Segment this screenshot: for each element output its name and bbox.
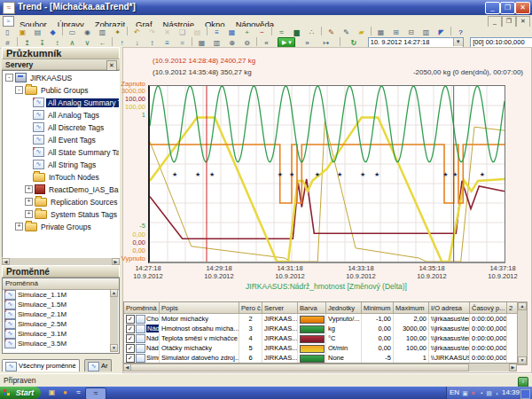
- media-player-icon[interactable]: ●: [59, 387, 71, 398]
- tree-expander-icon[interactable]: +: [25, 210, 33, 218]
- tray-alert-icon[interactable]: ✶: [469, 389, 477, 397]
- taskbar-app-button[interactable]: ≈: [85, 387, 106, 399]
- tree-item-private-groups[interactable]: +Private Groups: [3, 220, 119, 232]
- pen-color-swatch[interactable]: [300, 316, 325, 324]
- pen-color-swatch[interactable]: [300, 345, 325, 353]
- pen-jednotky-cell: °C: [326, 333, 362, 343]
- pen-color-swatch[interactable]: [300, 335, 325, 343]
- table-row[interactable]: ✓Nádr...Otáčky míchačky5JIRKAAS...Ot/min…: [124, 343, 518, 353]
- pen-checkbox[interactable]: ✓: [126, 354, 135, 363]
- column-header-popis[interactable]: Popis: [160, 302, 239, 314]
- pen-checkbox[interactable]: ✓: [126, 344, 135, 353]
- tick-time: 14:31:18: [262, 264, 318, 272]
- tree-item-system-status-tags[interactable]: +System Status Tags: [3, 207, 119, 220]
- variable-item[interactable]: ∿Simulace_2.5M: [3, 319, 119, 329]
- column-header-prom-nn-[interactable]: Proměnná: [124, 302, 160, 314]
- tree-item-all-analog-summary-tags[interactable]: ∿All Analog Summary Tags: [3, 96, 119, 108]
- document-icon[interactable]: ≈: [3, 16, 14, 27]
- chevron-down-icon[interactable]: ▼: [453, 38, 463, 46]
- tree-item-all-discrete-tags[interactable]: ∿All Discrete Tags: [3, 121, 119, 133]
- column-header-server[interactable]: Server: [262, 302, 298, 314]
- column-header-i-o-adresa[interactable]: I/O adresa: [429, 302, 470, 314]
- tree-item-all-event-tags[interactable]: ∿All Event Tags: [3, 133, 119, 145]
- delta-annotation: -2050,00 kg (0 den(dnů), 00:07:00): [413, 68, 523, 76]
- tree-horizontal-scrollbar[interactable]: ◀ ▶: [2, 258, 120, 265]
- tray-app1-icon[interactable]: ▣: [461, 389, 469, 397]
- variable-item[interactable]: ∿Simulace_1.5M: [3, 300, 119, 309]
- variable-item[interactable]: ∿Simulace_1.1M: [3, 290, 119, 300]
- trend-app-icon[interactable]: ≈: [73, 387, 84, 398]
- tree-item-label: ReactDemo_IAS_Based: [47, 185, 120, 194]
- scroll-right-icon[interactable]: ▶: [509, 364, 517, 372]
- tab-all-variables[interactable]: ∿Všechny proměnné: [2, 359, 80, 372]
- tree-item-all-state-summary-tags[interactable]: ∿All State Summary Tags: [3, 145, 119, 158]
- variable-item[interactable]: ∿Simulace_2.1M: [3, 309, 119, 319]
- scrollbar-thumb[interactable]: [130, 364, 469, 372]
- pen-checkbox[interactable]: ✓: [126, 334, 135, 343]
- pen-io-cell: \\jirkaasus\tengine\Tag...: [429, 314, 470, 324]
- pen-io-cell: \\jirkaasus\tengine\Tag...: [429, 324, 470, 333]
- show-desktop-icon[interactable]: ▣: [46, 387, 58, 398]
- column-header-barva[interactable]: Barva: [298, 302, 326, 314]
- scroll-up-icon[interactable]: ▲: [518, 302, 527, 310]
- tree-expander-icon[interactable]: -: [15, 86, 23, 94]
- table-row[interactable]: ✓Nádr...Hmotnost obsahu mícha...3JIRKAAS…: [124, 324, 518, 333]
- tray-show-icon[interactable]: [520, 389, 530, 399]
- table-vertical-scrollbar[interactable]: ▲ ▼: [517, 301, 528, 365]
- pen-color-swatch[interactable]: [300, 325, 325, 333]
- variable-item[interactable]: ∿Simulace_3.5M: [3, 339, 119, 348]
- taskbar-clock[interactable]: 14:39: [502, 387, 520, 399]
- column-header--asov-p-[interactable]: Časový p...: [470, 302, 507, 314]
- tree-expander-icon[interactable]: -: [5, 74, 13, 82]
- variable-item[interactable]: ∿Simulace_3.1M: [3, 329, 119, 339]
- restore-button[interactable]: ❐: [500, 2, 515, 14]
- column-header-maximum[interactable]: Maximum: [394, 302, 429, 314]
- scroll-down-icon[interactable]: ▼: [518, 356, 527, 364]
- tree-item-reactdemo-ias-based[interactable]: +ReactDemo_IAS_Based: [3, 183, 119, 195]
- column-header-pero-[interactable]: Pero č.: [239, 302, 262, 314]
- plot-area[interactable]: ★★★★★★★★★★★★: [148, 85, 505, 263]
- toolbar-separator: [127, 27, 128, 35]
- pen-color-swatch[interactable]: [300, 355, 325, 363]
- pen-server-cell: JIRKAAS...: [262, 353, 298, 363]
- tree-expander-icon[interactable]: +: [25, 198, 33, 206]
- x-axis-tick-label: 14:27:1810.9.2012: [120, 264, 176, 280]
- language-indicator[interactable]: EN: [450, 387, 459, 399]
- table-horizontal-scrollbar[interactable]: ◀ ▶: [123, 364, 517, 372]
- pen-max-cell: 2,00: [394, 314, 429, 324]
- tree-item-all-analog-tags[interactable]: ∿All Analog Tags: [3, 108, 119, 121]
- table-row[interactable]: ✓Chod...Motor míchačky2JIRKAAS...Vypnuto…: [124, 314, 518, 324]
- tray-volume-icon[interactable]: ◗: [493, 389, 501, 397]
- tree-item-all-string-tags[interactable]: ∿All String Tags: [3, 158, 119, 170]
- column-header-minimum[interactable]: Minimum: [362, 302, 394, 314]
- scroll-up-icon[interactable]: ▲: [110, 289, 118, 297]
- tab-archived[interactable]: ∿Ar: [84, 359, 112, 372]
- tree-item-intouch-nodes[interactable]: InTouch Nodes: [3, 170, 119, 183]
- y-axis-label: 100,00: [105, 103, 145, 111]
- minimize-button[interactable]: _: [485, 2, 500, 14]
- table-row[interactable]: ✓Nádr...Teplota směsi v míchačce4JIRKAAS…: [124, 333, 518, 343]
- pen-name-cell: ✓Nádr...: [124, 324, 160, 333]
- variables-vertical-scrollbar[interactable]: ▲ ▼: [110, 289, 118, 352]
- app-window: ≈ Trend - [Míchačka.aaTrend*] _ ❐ ✕ ≈ So…: [0, 0, 532, 399]
- app-icon: [35, 184, 45, 194]
- cursor2-annotation: (10.9.2012 14:35:48) 350,27 kg: [153, 68, 252, 76]
- servers-panel-title: Servery: [5, 60, 33, 69]
- scroll-left-icon[interactable]: ◀: [2, 258, 10, 265]
- variables-column-header[interactable]: Proměnná: [3, 278, 119, 290]
- pen-checkbox[interactable]: ✓: [126, 325, 135, 333]
- tree-expander-icon[interactable]: +: [25, 185, 33, 193]
- tree-item-jirkaasus[interactable]: -JIRKAASUS: [3, 71, 119, 83]
- column-header-jednotky[interactable]: Jednotky: [326, 302, 362, 314]
- scroll-down-icon[interactable]: ▼: [110, 344, 118, 352]
- close-button[interactable]: ✕: [515, 2, 530, 14]
- tree-item-public-groups[interactable]: -Public Groups: [3, 83, 119, 96]
- pen-checkbox[interactable]: ✓: [126, 315, 135, 324]
- start-button[interactable]: Start: [0, 387, 41, 399]
- table-row[interactable]: ✓Simul...Simulator datového zdroj...6JIR…: [124, 353, 518, 363]
- tree-expander-icon[interactable]: +: [15, 223, 23, 231]
- tray-network-icon[interactable]: ▤: [485, 389, 493, 397]
- tray-clock-icon[interactable]: ◔: [477, 389, 485, 397]
- tag-icon: ∿: [88, 362, 99, 372]
- tree-item-replication-sources[interactable]: +Replication Sources: [3, 195, 119, 207]
